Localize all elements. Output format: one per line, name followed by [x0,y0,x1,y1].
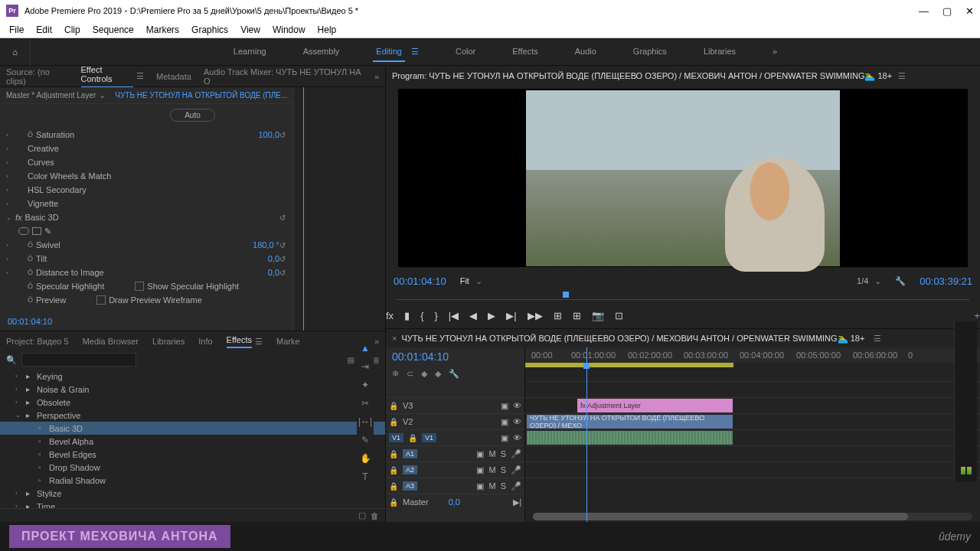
menu-view[interactable]: View [234,24,266,35]
workspace-effects[interactable]: Effects [509,42,541,62]
effect-perspective[interactable]: ⌄▸Perspective [0,409,385,422]
lock-icon[interactable]: 🔒 [389,402,398,410]
razor-tool[interactable]: ✂ [361,398,369,409]
track-v1-label[interactable]: V1 [422,433,436,442]
effect-stylize[interactable]: ›▸Stylize [0,487,385,500]
marker-button[interactable]: ▮ [404,310,410,321]
ec-playhead[interactable] [303,87,304,331]
pen-tool[interactable]: ✎ [361,435,369,445]
hand-tool[interactable]: ✋ [360,453,371,464]
ec-timecode[interactable]: 00:01:04:10 [2,314,58,329]
workspace-editing[interactable]: Editing [373,42,405,62]
master-value[interactable]: 0,0 [449,497,460,507]
lock-icon[interactable]: 🔒 [389,482,398,491]
tab-media-browser[interactable]: Media Browser [83,337,139,346]
lock-icon[interactable]: 🔒 [389,418,398,426]
work-area-bar[interactable] [525,363,733,367]
workspace-menu-icon[interactable]: ☰ [408,42,422,62]
slip-tool[interactable]: |↔| [358,416,372,427]
workspace-audio[interactable]: Audio [572,42,599,62]
toggle-icon[interactable]: ▣ [501,433,508,443]
wrench-icon[interactable]: 🔧 [895,276,906,286]
tab-source[interactable]: Source: (no clips) [6,67,69,86]
menu-help[interactable]: Help [312,24,343,35]
program-preview[interactable] [398,89,968,267]
track-v3-label[interactable]: V3 [403,401,413,410]
effect-basic-3d[interactable]: ▫Basic 3D [0,422,385,435]
mute-button[interactable]: M [488,481,495,491]
in-button[interactable]: { [420,310,423,321]
lock-icon[interactable]: 🔒 [389,498,398,507]
extract-button[interactable]: ⊞ [573,310,581,321]
mic-icon[interactable]: 🎤 [511,465,521,475]
effect-bevel-edges[interactable]: ▫Bevel Edges [0,448,385,461]
step-fwd-button[interactable]: ▶| [506,310,516,321]
close-button[interactable]: ✕ [965,5,974,17]
workspace-graphics[interactable]: Graphics [630,42,670,62]
overflow-icon[interactable]: » [374,72,379,81]
lock-icon[interactable]: 🔒 [389,466,398,474]
auto-button[interactable]: Auto [170,109,215,122]
toggle-icon[interactable]: ▣ [501,417,508,427]
wrench-icon[interactable]: 🔧 [449,369,459,379]
link-icon[interactable]: ⊂ [407,369,413,379]
panel-menu-icon[interactable]: ☰ [136,71,144,81]
track-select-tool[interactable]: ⇥ [361,361,369,372]
eye-icon[interactable]: 👁 [513,433,521,442]
solo-button[interactable]: S [501,449,506,458]
program-timecode[interactable]: 00:01:04:10 [394,276,446,287]
lock-icon[interactable]: 🔒 [389,450,398,458]
step-back-button[interactable]: ◀ [469,310,477,321]
marker-icon[interactable]: ◆ [421,369,427,379]
toggle-icon[interactable]: ▣ [476,481,484,491]
marker2-icon[interactable]: ◆ [435,369,441,379]
timeline-ruler[interactable]: 00:00 00:01:00:00 00:02:00:00 00:03:00:0… [525,347,980,363]
tab-markers[interactable]: Marke [276,337,300,346]
timeline-timecode[interactable]: 00:01:04:10 [386,347,524,366]
effect-time[interactable]: ›▸Time [0,500,385,508]
toggle-icon[interactable]: ▣ [476,465,484,475]
mic-icon[interactable]: 🎤 [511,449,521,459]
workspace-assembly[interactable]: Assembly [300,42,343,62]
effect-keying[interactable]: ›▸Keying [0,370,385,383]
menu-window[interactable]: Window [266,24,312,35]
tab-effect-controls[interactable]: Effect Controls [81,65,134,88]
playhead-icon[interactable] [563,292,569,298]
home-icon[interactable]: ⌂ [0,38,31,66]
tab-info[interactable]: Info [198,337,212,346]
add-button[interactable]: + [974,310,980,321]
tab-project[interactable]: Project: Видео 5 [6,337,69,346]
out-button[interactable]: } [434,310,437,321]
toggle-icon[interactable]: ▣ [476,449,484,459]
lift-button[interactable]: ⊞ [554,310,562,321]
lock-icon[interactable]: 🔒 [408,434,417,442]
effect-noise-&-grain[interactable]: ›▸Noise & Grain [0,383,385,396]
export-frame-button[interactable]: 📷 [592,310,604,321]
tab-metadata[interactable]: Metadata [156,72,191,81]
delete-icon[interactable]: 🗑 [371,511,379,520]
menu-clip[interactable]: Clip [58,24,87,35]
goto-out-button[interactable]: ▶▶ [528,310,543,321]
selection-tool[interactable]: ▲ [361,343,370,354]
workspace-overflow-icon[interactable]: » [769,42,780,62]
effect-drop-shadow[interactable]: ▫Drop Shadow [0,461,385,474]
source-v1-badge[interactable]: V1 [389,433,403,442]
mic-icon[interactable]: 🎤 [511,481,521,491]
menu-graphics[interactable]: Graphics [185,24,234,35]
eye-icon[interactable]: 👁 [513,417,521,426]
menu-edit[interactable]: Edit [30,24,58,35]
close-icon[interactable]: × [392,334,397,343]
timeline-playhead[interactable] [586,347,587,522]
zoom-fit-dropdown[interactable]: Fit [460,276,469,285]
clip-video[interactable]: ЧУТЬ НЕ УТОНУЛ НА ОТКРЫТОЙ ВОДЕ (ПЛЕЩЕЕВ… [527,415,733,429]
workspace-libraries[interactable]: Libraries [701,42,739,62]
snap-icon[interactable]: ❄ [392,369,399,379]
track-a3-label[interactable]: A3 [403,481,417,491]
fx-button[interactable]: fx [386,310,394,321]
panel-menu-icon[interactable]: ☰ [874,334,881,344]
tab-audio-mixer[interactable]: Audio Track Mixer: ЧУТЬ НЕ УТОНУЛ НА О [204,67,362,86]
solo-button[interactable]: S [501,481,506,491]
menu-markers[interactable]: Markers [140,24,185,35]
effects-search-input[interactable] [21,353,136,367]
eye-icon[interactable]: 👁 [513,401,521,410]
